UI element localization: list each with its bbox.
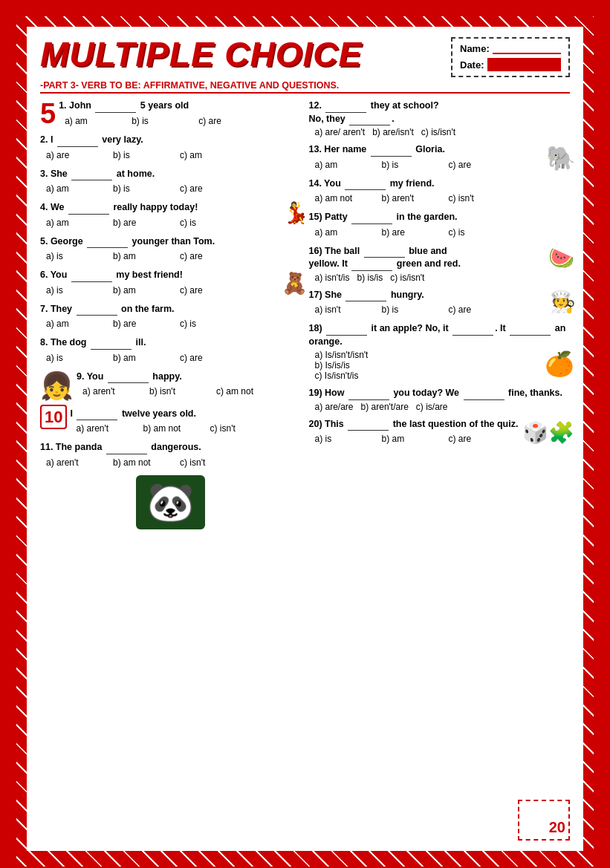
q10-opt-b: b) am not: [143, 422, 210, 435]
q7-opt-a: a) am: [46, 317, 113, 330]
q13-text: 13. Her name Gloria. 🐘: [309, 143, 571, 157]
q15-opt-a: a) am: [315, 226, 382, 239]
q7-opt-b: b) are: [113, 317, 180, 330]
q6-opt-b: b) am: [113, 284, 180, 297]
q19-opt: a) are/are b) aren't/are c) is/are: [315, 402, 571, 412]
question-6: 6. You my best friend! 🧸 a) is b) am c) …: [40, 269, 302, 297]
q11-opt-c: c) isn't: [180, 456, 247, 469]
q11-options: a) aren't b) am not c) isn't: [40, 456, 302, 469]
q6-opt-a: a) is: [46, 284, 113, 297]
q7-opt-c: c) is: [180, 317, 247, 330]
q3-opt-b: b) is: [113, 182, 180, 195]
diamond-border: MULTIPLE CHOICE Name: Date: -PART 3- VER…: [16, 16, 594, 867]
q15-opt-b: b) are: [382, 226, 449, 239]
q1-options: a) am b) is c) are: [59, 114, 301, 128]
q15-opt-c: c) is: [449, 226, 516, 239]
q1-opt-a: a) am: [65, 114, 132, 128]
q7-options: a) am b) are c) is: [40, 317, 302, 330]
date-label: Date:: [460, 59, 484, 71]
q20-dice-icon: 🎲🧩: [522, 418, 574, 447]
question-20: 20) This the last question of the quiz. …: [309, 418, 571, 446]
q12-opt: a) are/ aren't b) are/isn't c) is/isn't: [315, 127, 571, 137]
question-14: 14. You my friend. a) am not b) aren't c…: [309, 177, 571, 206]
question-12: 12. they at school?No, they . a) are/ ar…: [309, 99, 571, 137]
content-area: 5 1. John 5 years old a) am b) is c) are: [40, 99, 570, 529]
name-date-box: Name: Date:: [451, 37, 570, 77]
q20-opt-a: a) is: [315, 432, 382, 446]
q20-opt-c: c) are: [449, 432, 516, 446]
inner-page: MULTIPLE CHOICE Name: Date: -PART 3- VER…: [27, 27, 583, 851]
question-15: 15) Patty in the garden. a) am b) are c)…: [309, 211, 571, 239]
question-17: 17) She hungry. 🧑‍🍳 a) isn't b) is c) ar…: [309, 289, 571, 317]
q20-opt-b: b) am: [382, 432, 449, 446]
q15-options: a) am b) are c) is: [309, 226, 571, 239]
q10-options: a) aren't b) am not c) isn't: [70, 422, 301, 435]
q2-text: 2. I very lazy.: [40, 134, 302, 147]
q3-text: 3. She at home.: [40, 168, 302, 181]
question-13: 13. Her name Gloria. 🐘 a) am b) is c) ar…: [309, 143, 571, 172]
q9-opt-a: a) aren't: [82, 385, 149, 398]
question-2: 2. I very lazy. a) are b) is c) am: [40, 134, 302, 162]
q9-opt-c: c) am not: [216, 385, 283, 398]
panda-image: 🐼: [136, 475, 205, 529]
q5-opt-c: c) are: [180, 249, 247, 263]
question-1: 5 1. John 5 years old a) am b) is c) are: [40, 99, 302, 128]
q11-text: 11. The panda dangerous.: [40, 441, 302, 454]
q10-opt-a: a) aren't: [76, 422, 143, 435]
question-16: 16) The ball blue andyellow. It green an…: [309, 245, 571, 283]
question-19: 19) How you today? We fine, thanks. a) a…: [309, 387, 571, 412]
q6-options: a) is b) am c) are: [40, 284, 302, 297]
date-line: [487, 58, 561, 71]
q4-opt-c: c) is: [180, 216, 247, 229]
question-5: 5. George younger than Tom. a) is b) am …: [40, 235, 302, 264]
q1-opt-b: b) is: [132, 114, 198, 128]
q1-opt-c: c) are: [198, 114, 265, 128]
question-3: 3. She at home. a) am b) is c) are: [40, 168, 302, 196]
q11-opt-b: b) am not: [113, 456, 180, 469]
question-11: 11. The panda dangerous. a) aren't b) am…: [40, 441, 302, 469]
q5-options: a) is b) am c) are: [40, 249, 302, 263]
q4-text: 4. We really happy today! 💃: [40, 201, 302, 215]
q14-text: 14. You my friend.: [309, 177, 571, 191]
q13-opt-a: a) am: [315, 158, 382, 172]
q10-text: I twelve years old.: [40, 408, 302, 421]
name-label: Name:: [460, 43, 490, 54]
q4-opt-a: a) am: [46, 216, 113, 229]
q10-icon: 10: [40, 408, 67, 427]
q5-opt-b: b) am: [113, 249, 180, 263]
question-9: 👧 9. You happy. a) aren't b) isn't c) am…: [40, 371, 302, 402]
q18-orange-icon: 🍊: [545, 347, 574, 381]
right-column: 12. they at school?No, they . a) are/ ar…: [309, 99, 571, 529]
question-8: 8. The dog ill. a) is b) am c) are: [40, 336, 302, 365]
q4-options: a) am b) are c) is: [40, 216, 302, 229]
q15-text: 15) Patty in the garden.: [309, 211, 571, 224]
q4-opt-b: b) are: [113, 216, 180, 229]
q18-opt-c: c) Is/isn't/is: [315, 371, 571, 381]
q19-text: 19) How you today? We fine, thanks.: [309, 387, 571, 400]
q13-options: a) am b) is c) are: [309, 158, 571, 172]
title: MULTIPLE CHOICE: [40, 37, 362, 71]
q18-opt-a: a) Is/isn't/isn't: [315, 350, 571, 360]
score-box: 20: [518, 800, 570, 841]
panda-image-box: 🐼: [40, 475, 302, 529]
q17-options: a) isn't b) is c) are: [309, 303, 571, 316]
header-area: MULTIPLE CHOICE Name: Date:: [40, 37, 570, 77]
question-18: 18) it an apple? No, it . It an orange. …: [309, 322, 571, 381]
q11-opt-a: a) aren't: [46, 456, 113, 469]
q14-options: a) am not b) aren't c) isn't: [309, 192, 571, 205]
q6-text: 6. You my best friend! 🧸: [40, 269, 302, 282]
score-number: 20: [549, 819, 565, 836]
left-column: 5 1. John 5 years old a) am b) is c) are: [40, 99, 302, 529]
q14-opt-a: a) am not: [315, 192, 382, 205]
q12-options: a) are/ aren't b) are/isn't c) is/isn't: [309, 127, 571, 137]
q4-deco: 💃: [283, 198, 309, 227]
q3-opt-a: a) am: [46, 182, 113, 195]
q18-opt-b: b) Is/is/is: [315, 360, 571, 371]
q16-options: a) isn't/is b) is/is c) is/isn't: [309, 273, 571, 283]
q8-text: 8. The dog ill.: [40, 336, 302, 350]
q3-options: a) am b) is c) are: [40, 182, 302, 195]
q12-text: 12. they at school?No, they .: [309, 99, 571, 125]
q8-opt-b: b) am: [113, 351, 180, 365]
q7-text: 7. They on the farm.: [40, 303, 302, 316]
question-10: 10 I twelve years old. a) aren't b) am n…: [40, 408, 302, 436]
